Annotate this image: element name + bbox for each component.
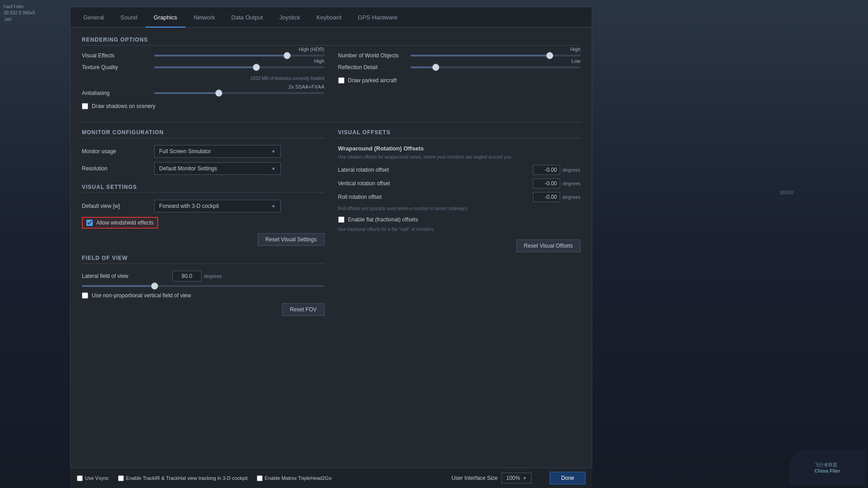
texture-quality-thumb[interactable] [253, 64, 260, 71]
resolution-arrow: ▼ [271, 166, 276, 171]
world-objects-thumb[interactable] [546, 52, 553, 59]
monitor-usage-value: Full Screen Simulator [159, 148, 211, 155]
texture-quality-row: Texture Quality High [82, 64, 325, 70]
tab-data-output[interactable]: Data Output [223, 7, 271, 28]
reset-offsets-button[interactable]: Reset Visual Offsets [516, 239, 580, 252]
tab-network[interactable]: Network [185, 7, 223, 28]
reflection-detail-row: Reflection Detail Low [338, 64, 581, 70]
done-button[interactable]: Done [550, 472, 585, 484]
monitor-config-section: MONITOR CONFIGURATION Monitor usage Full… [82, 129, 325, 175]
draw-parked-checkbox[interactable] [338, 77, 344, 84]
draw-shadows-checkbox[interactable] [82, 103, 88, 109]
altitude-indicator: 38000 [779, 190, 793, 195]
texture-quality-track[interactable] [154, 66, 325, 68]
visual-effects-label: Visual Effects [82, 52, 154, 59]
vsync-checkbox[interactable] [77, 475, 83, 481]
monitor-offsets-row: MONITOR CONFIGURATION Monitor usage Full… [82, 129, 580, 325]
roll-rotation-section: Roll rotation offset degrees Roll offset… [338, 192, 581, 212]
matrox-container: Enable Matrox TripleHead2Go [257, 475, 332, 481]
enable-flat-label: Enable flat (fractional) offsets [348, 216, 418, 223]
lateral-fov-thumb[interactable] [151, 282, 158, 290]
content-area: RENDERING OPTIONS Visual Effects High (H… [71, 28, 592, 460]
monitor-usage-arrow: ▼ [271, 149, 276, 154]
texture-quality-section: Texture Quality High 1832 MB of textures… [82, 64, 325, 81]
resolution-select[interactable]: Default Monitor Settings ▼ [154, 162, 281, 175]
trackir-checkbox[interactable] [118, 475, 124, 481]
lateral-fov-input[interactable] [172, 271, 202, 282]
antialiasing-track[interactable] [154, 92, 325, 94]
texture-quality-slider-wrapper: High [154, 66, 325, 68]
reflection-detail-track[interactable] [410, 66, 581, 68]
visual-effects-track[interactable] [154, 55, 325, 56]
monitor-usage-row: Monitor usage Full Screen Simulator ▼ [82, 145, 325, 158]
tab-keyboard[interactable]: Keyboard [308, 7, 350, 28]
monitor-usage-label: Monitor usage [82, 148, 154, 155]
default-view-row: Default view [w] Forward with 3-D cockpi… [82, 200, 325, 212]
ui-size-label: User Interface Size [452, 475, 498, 481]
roll-rotation-input[interactable] [533, 192, 560, 202]
visual-effects-fill [154, 55, 287, 56]
divider-1 [82, 122, 580, 122]
matrox-label: Enable Matrox TripleHead2Go [265, 475, 332, 481]
logo-area: 飞行者联盟China Flier [789, 450, 866, 486]
non-proportional-label: Use non-proportional vertical field of v… [92, 292, 191, 299]
visual-effects-value: High (HDR) [299, 47, 325, 52]
lateral-fov-track[interactable] [82, 285, 325, 287]
lateral-fov-unit: degrees [204, 273, 222, 279]
draw-shadows-label: Draw shadows on scenery [92, 103, 156, 109]
trackir-container: Enable TrackIR & TrackHat view tracking … [118, 475, 248, 481]
world-objects-label: Number of World Objects [338, 52, 410, 59]
world-objects-track[interactable] [410, 55, 581, 56]
tab-graphics[interactable]: Graphics [146, 7, 185, 28]
fov-title: FIELD OF VIEW [82, 255, 325, 264]
lateral-rotation-unit: degrees [562, 167, 580, 173]
reflection-detail-label: Reflection Detail [338, 64, 410, 70]
reset-visual-container: Reset Visual Settings [82, 233, 325, 246]
vsync-label: Use Vsync [85, 475, 109, 481]
draw-parked-label: Draw parked aircraft [348, 77, 397, 84]
world-objects-fill [410, 55, 550, 56]
stats-panel: f-act f-sim 30.932 9.990x9 .sec [4, 4, 35, 23]
reset-fov-button[interactable]: Reset FOV [282, 303, 324, 316]
draw-shadows-row: Draw shadows on scenery [82, 103, 325, 109]
reset-visual-button[interactable]: Reset Visual Settings [258, 233, 325, 246]
tab-general[interactable]: General [75, 7, 112, 28]
visual-effects-thumb[interactable] [283, 52, 291, 59]
vertical-rotation-label: Vertical rotation offset [338, 180, 533, 187]
rendering-section: RENDERING OPTIONS Visual Effects High (H… [82, 37, 580, 113]
windshield-checkbox[interactable] [86, 220, 93, 226]
tab-sound[interactable]: Sound [112, 7, 146, 28]
lateral-fov-fill [82, 285, 155, 287]
texture-quality-value: High [314, 58, 325, 64]
antialiasing-fill [154, 92, 219, 94]
default-view-value: Forward with 3-D cockpit [159, 203, 219, 209]
texture-note: 1832 MB of textures currently loaded [82, 76, 325, 81]
reset-fov-container: Reset FOV [82, 303, 325, 316]
matrox-checkbox[interactable] [257, 475, 263, 481]
reflection-detail-thumb[interactable] [432, 64, 439, 71]
stat-line3: .sec [4, 16, 35, 23]
resolution-label: Resolution [82, 165, 154, 172]
windshield-highlight: Allow windshield effects [82, 217, 158, 229]
roll-rotation-label: Roll rotation offset [338, 194, 533, 200]
windshield-label: Allow windshield effects [96, 220, 154, 226]
fov-section: FIELD OF VIEW Lateral field of view degr… [82, 255, 325, 316]
reflection-detail-slider-wrapper: Low [410, 66, 581, 68]
visual-effects-slider-wrapper: High (HDR) [154, 55, 325, 56]
tab-joystick[interactable]: Joystick [271, 7, 308, 28]
enable-flat-checkbox[interactable] [338, 216, 344, 223]
lateral-rotation-input[interactable] [533, 165, 560, 175]
texture-quality-fill [154, 66, 256, 68]
antialiasing-thumb[interactable] [215, 89, 222, 97]
monitor-usage-select[interactable]: Full Screen Simulator ▼ [154, 145, 281, 158]
ui-size-select[interactable]: 100% ▼ [501, 473, 532, 483]
non-proportional-checkbox[interactable] [82, 292, 88, 299]
antialiasing-slider-wrapper: 2x SSAA+FXAA [154, 92, 325, 94]
default-view-select[interactable]: Forward with 3-D cockpit ▼ [154, 200, 281, 212]
vertical-rotation-input[interactable] [533, 178, 560, 188]
lateral-fov-row: Lateral field of view degrees [82, 271, 325, 282]
roll-rotation-note: Roll offsets are typically used when a m… [338, 206, 581, 212]
tab-gps-hardware[interactable]: GPS Hardware [350, 7, 406, 28]
enable-flat-row: Enable flat (fractional) offsets [338, 216, 581, 223]
antialiasing-label: Antialiasing [82, 90, 154, 96]
